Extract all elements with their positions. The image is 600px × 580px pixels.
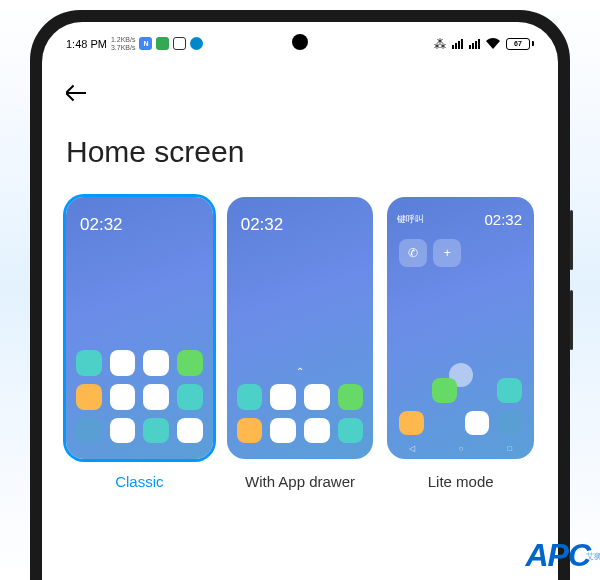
preview-lite-mode: 键呼叫 02:32 ✆ + ◁○□ <box>387 197 534 459</box>
telegram-icon <box>190 37 203 50</box>
wifi-icon <box>486 38 500 49</box>
signal-2-icon <box>469 39 480 49</box>
status-green-icon <box>156 37 169 50</box>
option-label-app-drawer: With App drawer <box>227 473 374 490</box>
silent-icon <box>173 37 186 50</box>
phone-frame: 1:48 PM 1.2KB/s 3.7KB/s N ⁂ 67 <box>30 10 570 580</box>
nfc-icon: N <box>139 37 152 50</box>
preview-app-drawer: 02:32 ⌃ <box>227 197 374 459</box>
preview-classic: 02:32 <box>66 197 213 459</box>
option-classic[interactable]: 02:32 Classic <box>66 197 213 490</box>
home-screen-options: 02:32 Classic 02:32 ⌃ <box>66 197 534 490</box>
power-button <box>570 290 573 350</box>
page-title: Home screen <box>66 135 534 169</box>
status-time: 1:48 PM <box>66 38 107 50</box>
signal-1-icon <box>452 39 463 49</box>
back-button[interactable] <box>66 81 90 105</box>
battery-icon: 67 <box>506 38 534 50</box>
option-label-classic: Classic <box>66 473 213 490</box>
volume-button <box>570 210 573 270</box>
phone-tile-icon: ✆ <box>399 239 427 267</box>
phone-screen: 1:48 PM 1.2KB/s 3.7KB/s N ⁂ 67 <box>42 22 558 580</box>
watermark-logo: APC <box>525 537 590 574</box>
add-tile-icon: + <box>433 239 461 267</box>
option-label-lite-mode: Lite mode <box>387 473 534 490</box>
net-speed: 1.2KB/s 3.7KB/s <box>111 36 136 51</box>
watermark-sub: 艾狮 <box>586 551 600 562</box>
bluetooth-icon: ⁂ <box>434 37 446 51</box>
camera-notch <box>292 34 308 50</box>
drawer-chevron-icon: ⌃ <box>296 366 304 377</box>
back-arrow-icon <box>66 92 86 94</box>
option-lite-mode[interactable]: 键呼叫 02:32 ✆ + ◁○□ Lite mode <box>387 197 534 490</box>
option-app-drawer[interactable]: 02:32 ⌃ With App drawer <box>227 197 374 490</box>
